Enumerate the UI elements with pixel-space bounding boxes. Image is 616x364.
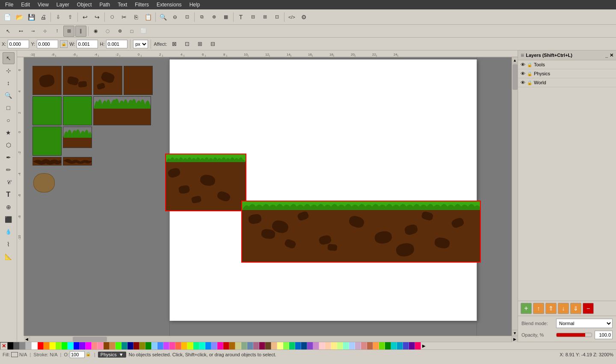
settings-button[interactable]: ⚙ bbox=[298, 12, 309, 23]
color-mint[interactable] bbox=[193, 342, 199, 350]
snap-center[interactable]: ⊕ bbox=[114, 26, 125, 37]
layer-eye-tools[interactable]: 👁 bbox=[521, 62, 525, 67]
color-seafoam[interactable] bbox=[343, 342, 349, 350]
color-darkgray[interactable] bbox=[14, 342, 20, 350]
color-yellow[interactable] bbox=[50, 342, 56, 350]
new-button[interactable]: 📄 bbox=[2, 12, 13, 23]
physics-tab[interactable]: Physics ▼ bbox=[98, 352, 126, 358]
color-cerulean-dark[interactable] bbox=[397, 342, 403, 350]
pencil-tool[interactable]: ✏ bbox=[3, 164, 15, 176]
node-btn1[interactable]: ⊷ bbox=[15, 26, 27, 37]
connector-tool[interactable]: ⌇ bbox=[3, 238, 15, 250]
physics-tab-dropdown[interactable]: ▼ bbox=[119, 352, 124, 357]
v-scrollbar[interactable]: ▲ ▼ bbox=[512, 57, 518, 336]
color-navy[interactable] bbox=[127, 342, 133, 350]
node-btn3[interactable]: ⊹ bbox=[39, 26, 50, 37]
color-silver[interactable] bbox=[26, 342, 32, 350]
snap-selector[interactable]: ↖ bbox=[2, 26, 15, 37]
color-white[interactable] bbox=[32, 342, 38, 350]
blend-mode-select[interactable]: Normal Multiply Screen bbox=[556, 319, 613, 328]
opacity-value-input[interactable] bbox=[595, 331, 613, 339]
duplicate-button[interactable]: ⧉ bbox=[196, 12, 207, 23]
redo-button[interactable]: ↪ bbox=[92, 12, 103, 23]
move-layer-down-btn[interactable]: ↓ bbox=[558, 303, 569, 314]
node-btn2[interactable]: ⊸ bbox=[27, 26, 38, 37]
color-fuchsia[interactable] bbox=[217, 342, 223, 350]
layers-close-btn[interactable]: ✕ bbox=[610, 53, 613, 58]
circle-tool[interactable]: ○ bbox=[3, 114, 15, 126]
menu-file[interactable]: File bbox=[2, 1, 17, 9]
rect-tool[interactable]: □ bbox=[3, 102, 15, 114]
color-maroon[interactable] bbox=[133, 342, 139, 350]
affect-btn1[interactable]: ⊠ bbox=[169, 38, 180, 50]
measure-tool[interactable]: 📐 bbox=[3, 251, 15, 263]
color-powder[interactable] bbox=[349, 342, 355, 350]
color-blue[interactable] bbox=[74, 342, 80, 350]
node-tool[interactable]: ⊹ bbox=[3, 65, 15, 77]
color-amethyst[interactable] bbox=[307, 342, 313, 350]
undo-button[interactable]: ↩ bbox=[80, 12, 91, 23]
calligraphy-tool[interactable]: 𝒞 bbox=[3, 176, 15, 188]
menu-text[interactable]: Text bbox=[114, 1, 130, 9]
adjust-tool[interactable]: ↕ bbox=[3, 77, 15, 89]
color-salmon[interactable] bbox=[98, 342, 104, 350]
3d-box-tool[interactable]: ⬡ bbox=[3, 139, 15, 151]
color-chartreuse[interactable] bbox=[187, 342, 193, 350]
palette-more-btn[interactable]: ▶ bbox=[421, 342, 427, 350]
menu-help[interactable]: Help bbox=[186, 1, 204, 9]
color-orange[interactable] bbox=[44, 342, 50, 350]
color-mauve[interactable] bbox=[355, 342, 361, 350]
color-red[interactable] bbox=[38, 342, 44, 350]
color-sky[interactable] bbox=[151, 342, 157, 350]
move-to-top-btn[interactable]: ⇑ bbox=[545, 303, 557, 314]
xml-button[interactable]: </> bbox=[286, 12, 297, 23]
color-pink[interactable] bbox=[92, 342, 98, 350]
lock-aspect-button[interactable]: 🔒 bbox=[60, 40, 68, 48]
color-green[interactable] bbox=[62, 342, 68, 350]
color-aqua[interactable] bbox=[199, 342, 205, 350]
snap-midpoint[interactable]: ◌ bbox=[102, 26, 113, 37]
color-royal[interactable] bbox=[403, 342, 409, 350]
move-to-bottom-btn[interactable]: ⇓ bbox=[570, 303, 581, 314]
color-peach[interactable] bbox=[325, 342, 331, 350]
color-cerulean[interactable] bbox=[295, 342, 301, 350]
open-button[interactable]: 📂 bbox=[14, 12, 25, 23]
layer-lock-physics[interactable]: 🔒 bbox=[527, 71, 532, 76]
h-scrollbar[interactable]: ◀ ▶ bbox=[24, 336, 518, 342]
add-layer-btn[interactable]: + bbox=[521, 303, 532, 314]
color-magenta[interactable] bbox=[86, 342, 92, 350]
delete-layer-btn[interactable]: − bbox=[583, 303, 594, 314]
h-input[interactable] bbox=[106, 40, 127, 48]
color-lavender[interactable] bbox=[211, 342, 217, 350]
cut-button[interactable]: ✂ bbox=[118, 12, 130, 23]
color-turquoise[interactable] bbox=[391, 342, 397, 350]
menu-view[interactable]: View bbox=[34, 1, 52, 9]
menu-object[interactable]: Object bbox=[74, 1, 95, 9]
scroll-down-btn[interactable]: ▼ bbox=[512, 330, 518, 336]
color-orchid[interactable] bbox=[313, 342, 319, 350]
color-forest[interactable] bbox=[145, 342, 151, 350]
color-lemon[interactable] bbox=[277, 342, 283, 350]
affect-btn4[interactable]: ⊟ bbox=[207, 38, 218, 50]
color-sage[interactable] bbox=[241, 342, 247, 350]
save-button[interactable]: 💾 bbox=[26, 12, 37, 23]
menu-edit[interactable]: Edit bbox=[18, 1, 33, 9]
color-brown[interactable] bbox=[104, 342, 110, 350]
w-input[interactable] bbox=[77, 40, 98, 48]
node-btn4[interactable]: ⊺ bbox=[51, 26, 62, 37]
color-copper[interactable] bbox=[367, 342, 373, 350]
dropper-tool[interactable]: 💧 bbox=[3, 226, 15, 238]
unlink-button[interactable]: ⊡ bbox=[271, 12, 282, 23]
layer-eye-world[interactable]: 👁 bbox=[521, 80, 525, 85]
affect-btn2[interactable]: ⊡ bbox=[181, 38, 192, 50]
scroll-up-btn[interactable]: ▲ bbox=[512, 57, 518, 63]
color-beige[interactable] bbox=[331, 342, 337, 350]
zoom-fit-button[interactable]: ⊡ bbox=[181, 12, 192, 23]
snap-bbox[interactable]: □ bbox=[126, 26, 137, 37]
color-sienna[interactable] bbox=[229, 342, 235, 350]
copy-style-button[interactable]: ⬡ bbox=[107, 12, 118, 23]
fill-tool[interactable]: ⬛ bbox=[3, 213, 15, 225]
color-chocolate[interactable] bbox=[265, 342, 271, 350]
lock-opacity-btn[interactable]: 🔒 bbox=[86, 352, 92, 358]
color-indigo[interactable] bbox=[157, 342, 163, 350]
